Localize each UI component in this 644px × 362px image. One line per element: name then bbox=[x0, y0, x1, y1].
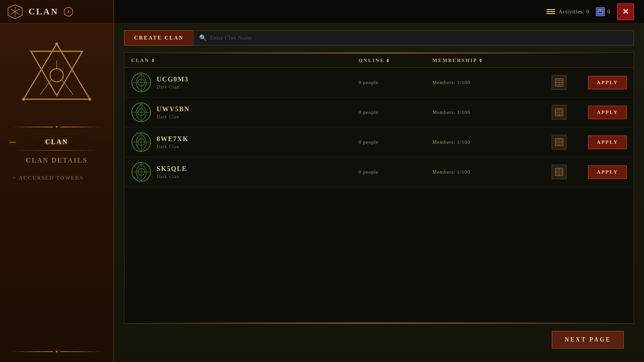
emblem-action-0 bbox=[540, 75, 567, 90]
svg-point-7 bbox=[55, 43, 58, 46]
toolbar: CREATE CLAN 🔍 bbox=[124, 30, 634, 46]
apply-action-3: APPLY bbox=[567, 165, 627, 179]
sidebar-item-accursed-towers[interactable]: + ACCURSED TOWERS bbox=[6, 170, 108, 186]
clan-info-2: 8WE7XK Dark Clan bbox=[157, 135, 189, 149]
membership-cell-0: Members: 1/100 bbox=[432, 80, 540, 85]
search-icon: 🔍 bbox=[199, 34, 207, 42]
clan-type-0: Dark Clan bbox=[157, 84, 189, 90]
apply-action-0: APPLY bbox=[567, 76, 627, 89]
clan-info-0: UCG0M3 Dark Clan bbox=[157, 75, 189, 90]
col-header-membership[interactable]: MEMBERSHIP bbox=[432, 58, 540, 63]
bottom-area: NEXT PAGE bbox=[124, 324, 634, 355]
membership-cell-1: Members: 1/100 bbox=[432, 110, 540, 115]
sidebar-divider-top bbox=[11, 127, 102, 127]
clan-logo bbox=[20, 40, 94, 114]
emblem-button-2[interactable] bbox=[552, 135, 567, 149]
badge-count: 0 bbox=[607, 9, 610, 15]
online-sort-arrows bbox=[386, 59, 389, 62]
table-row: UCG0M3 Dark Clan 0 people Members: 1/100 bbox=[124, 68, 634, 98]
online-cell-1: 0 people bbox=[359, 110, 432, 115]
clan-table: CLAN ONLINE MEMBERSHIP bbox=[124, 52, 634, 324]
svg-line-11 bbox=[40, 80, 51, 95]
emblem-button-0[interactable] bbox=[552, 75, 567, 90]
activities-container: Activities: 0 bbox=[546, 8, 589, 16]
clan-type-1: Dark Clan bbox=[157, 114, 190, 120]
emblem-button-3[interactable] bbox=[552, 165, 567, 179]
clan-name-1: UWV5BN bbox=[157, 105, 190, 113]
clan-info-1: UWV5BN Dark Clan bbox=[157, 105, 190, 120]
sidebar-item-clan-details[interactable]: CLAN DETAILS bbox=[6, 152, 108, 169]
apply-action-1: APPLY bbox=[567, 106, 627, 119]
clan-sort-arrows bbox=[152, 59, 154, 62]
clan-emblem-icon-2 bbox=[131, 132, 151, 152]
clan-shield-icon bbox=[7, 3, 23, 20]
svg-line-12 bbox=[62, 80, 73, 95]
topbar: Activities: 0 0 ✕ bbox=[114, 0, 644, 23]
main-panel: Activities: 0 0 ✕ CREATE CLAN 🔍 bbox=[114, 0, 644, 362]
apply-button-1[interactable]: APPLY bbox=[588, 106, 627, 119]
clan-emblem-icon-0 bbox=[131, 72, 151, 93]
clan-cell-0: UCG0M3 Dark Clan bbox=[131, 72, 359, 93]
info-button[interactable]: i bbox=[64, 7, 73, 16]
membership-cell-3: Members: 1/100 bbox=[432, 169, 540, 175]
sidebar-item-clan[interactable]: CLAN bbox=[6, 133, 108, 150]
clan-type-2: Dark Clan bbox=[157, 144, 189, 149]
table-header: CLAN ONLINE MEMBERSHIP bbox=[124, 54, 634, 68]
clan-emblem-icon-1 bbox=[131, 102, 151, 122]
svg-point-6 bbox=[50, 69, 63, 82]
activities-icon bbox=[546, 8, 556, 16]
clan-name-3: SK5QLE bbox=[157, 165, 187, 173]
table-row: 8WE7XK Dark Clan 0 people Members: 1/100 bbox=[124, 127, 634, 157]
membership-cell-2: Members: 1/100 bbox=[432, 139, 540, 145]
apply-button-3[interactable]: APPLY bbox=[588, 165, 627, 179]
svg-point-9 bbox=[22, 98, 25, 101]
clan-emblem-icon-3 bbox=[131, 162, 151, 182]
close-icon: ✕ bbox=[622, 7, 629, 16]
expand-icon: + bbox=[12, 175, 16, 181]
content-area: CREATE CLAN 🔍 CLAN ONLINE bbox=[114, 23, 644, 362]
clan-cell-2: 8WE7XK Dark Clan bbox=[131, 132, 359, 152]
emblem-action-2 bbox=[540, 135, 567, 149]
online-cell-0: 0 people bbox=[359, 80, 432, 85]
close-button[interactable]: ✕ bbox=[617, 3, 634, 20]
membership-sort-arrows bbox=[479, 59, 482, 62]
clan-cell-3: SK5QLE Dark Clan bbox=[131, 162, 359, 182]
sidebar: CLAN i CLAN CLAN DETAILS bbox=[0, 0, 114, 362]
svg-point-8 bbox=[89, 98, 92, 101]
sidebar-divider-bottom bbox=[11, 351, 102, 352]
clan-name-0: UCG0M3 bbox=[157, 75, 189, 83]
clan-name-2: 8WE7XK bbox=[157, 135, 189, 143]
clan-cell-1: UWV5BN Dark Clan bbox=[131, 102, 359, 122]
sidebar-header: CLAN i bbox=[0, 0, 113, 23]
online-cell-2: 0 people bbox=[359, 139, 432, 145]
col-header-clan[interactable]: CLAN bbox=[131, 58, 359, 63]
apply-button-0[interactable]: APPLY bbox=[588, 76, 627, 89]
clan-logo-area bbox=[13, 30, 100, 124]
badge-icon bbox=[596, 7, 605, 16]
table-row: UWV5BN Dark Clan 0 people Members: 1/100 bbox=[124, 98, 634, 127]
search-input[interactable] bbox=[210, 35, 628, 41]
emblem-action-3 bbox=[540, 165, 567, 179]
sidebar-title: CLAN bbox=[29, 7, 59, 17]
clan-type-3: Dark Clan bbox=[157, 174, 187, 179]
apply-button-2[interactable]: APPLY bbox=[588, 135, 627, 149]
clan-info-3: SK5QLE Dark Clan bbox=[157, 165, 187, 179]
badge-container: 0 bbox=[596, 7, 610, 16]
table-row: SK5QLE Dark Clan 0 people Members: 1/100 bbox=[124, 157, 634, 187]
apply-action-2: APPLY bbox=[567, 135, 627, 149]
emblem-button-1[interactable] bbox=[552, 105, 567, 120]
sidebar-nav: CLAN CLAN DETAILS + ACCURSED TOWERS bbox=[0, 133, 113, 186]
online-cell-3: 0 people bbox=[359, 169, 432, 175]
search-box: 🔍 bbox=[193, 30, 634, 46]
table-bottom-separator bbox=[124, 322, 634, 323]
activities-label: Activities: 0 bbox=[558, 9, 589, 15]
emblem-action-1 bbox=[540, 105, 567, 120]
col-header-online[interactable]: ONLINE bbox=[359, 58, 432, 63]
svg-marker-4 bbox=[23, 44, 90, 99]
next-page-button[interactable]: NEXT PAGE bbox=[552, 331, 624, 349]
create-clan-button[interactable]: CREATE CLAN bbox=[124, 30, 193, 46]
